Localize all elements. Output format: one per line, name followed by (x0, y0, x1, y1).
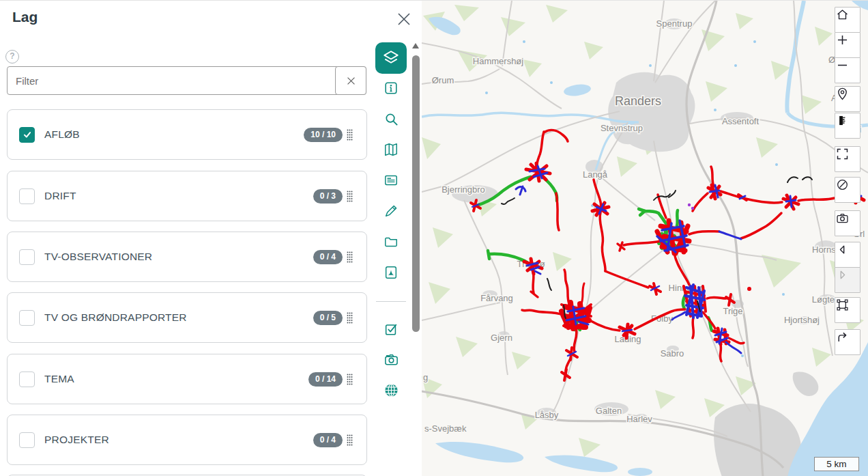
layer-row-tv-observationer[interactable]: TV-OBSERVATIONER 0 / 4 (7, 232, 367, 282)
map-previous-extent-button[interactable] (835, 242, 860, 268)
layer-row-projekter[interactable]: PROJEKTER 0 / 4 (7, 415, 367, 465)
scroll-up-arrow-icon[interactable] (412, 43, 419, 48)
tool-layers[interactable] (375, 42, 407, 74)
help-icon[interactable]: ? (5, 50, 19, 64)
drag-handle-icon[interactable] (347, 312, 353, 324)
svg-text:Stevnstrup: Stevnstrup (601, 123, 643, 133)
layer-checkbox[interactable] (19, 310, 35, 326)
svg-text:Randers: Randers (615, 94, 661, 108)
drag-handle-icon[interactable] (347, 191, 353, 202)
tool-folder[interactable] (383, 234, 399, 250)
map-measure-button[interactable] (835, 113, 860, 139)
drag-handle-icon[interactable] (347, 251, 353, 263)
tool-form[interactable] (383, 172, 399, 188)
layer-label: PROJEKTER (44, 434, 313, 446)
map-graphics: Spentrup Hammershøj Ørum Randers Stevnst… (422, 1, 868, 476)
layer-checkbox[interactable] (19, 188, 35, 204)
svg-text:s-Svejbæk: s-Svejbæk (424, 423, 467, 434)
drag-handle-icon[interactable] (347, 129, 353, 141)
tool-tasks[interactable] (383, 321, 399, 337)
svg-text:Galten: Galten (596, 406, 622, 416)
layer-checkbox[interactable] (19, 127, 35, 143)
svg-text:Horns: Horns (812, 244, 836, 255)
layer-count-badge: 0 / 3 (313, 189, 343, 204)
layer-row-drift[interactable]: DRIFT 0 / 3 (7, 171, 367, 221)
map-clear-button[interactable] (835, 177, 860, 203)
drag-handle-icon[interactable] (347, 374, 353, 385)
network-overlay (471, 130, 864, 380)
svg-text:Hjortshøj: Hjortshøj (784, 315, 820, 325)
layer-count-badge: 0 / 4 (313, 433, 343, 447)
svg-text:Ørum: Ørum (432, 75, 454, 85)
map-fullscreen-button[interactable] (835, 146, 860, 172)
form-icon (384, 173, 399, 188)
no-entry-icon (835, 178, 850, 192)
svg-text:Trige: Trige (723, 306, 742, 316)
panel-title: Lag (12, 9, 38, 25)
globe-icon (384, 382, 399, 398)
svg-text:Hammershøj: Hammershøj (473, 56, 524, 66)
filter-field (7, 66, 366, 95)
layer-count-badge: 0 / 14 (308, 372, 343, 387)
network-black (502, 177, 812, 318)
clear-icon (345, 75, 357, 87)
layer-row-afloeb[interactable]: AFLØB 10 / 10 (7, 109, 367, 160)
pencil-icon (384, 204, 399, 219)
layers-icon (382, 49, 400, 67)
side-toolbar (374, 1, 409, 476)
home-icon (835, 8, 850, 22)
drag-handle-icon[interactable] (347, 434, 353, 446)
map-canvas[interactable]: Spentrup Hammershøj Ørum Randers Stevnst… (422, 1, 868, 476)
turn-right-arrow-icon (835, 330, 850, 344)
layer-count-badge: 0 / 4 (313, 250, 343, 264)
map-zoom-out-button[interactable] (835, 57, 860, 83)
map-next-extent-button[interactable] (835, 267, 860, 293)
svg-text:Langå: Langå (583, 169, 608, 180)
network-purple (688, 204, 694, 210)
map-scale-bar: 5 km (814, 457, 859, 471)
svg-text:Spentrup: Spentrup (656, 18, 693, 29)
layer-checkbox[interactable] (19, 249, 35, 265)
map-home-button[interactable] (835, 7, 860, 33)
map-screenshot-button[interactable] (835, 210, 860, 236)
svg-text:Bjerringbro: Bjerringbro (442, 184, 485, 195)
filter-clear-button[interactable] (335, 66, 366, 95)
info-icon (384, 81, 399, 96)
svg-text:Harlev: Harlev (626, 414, 652, 424)
camera-icon (384, 352, 399, 367)
map-location-button[interactable] (835, 86, 860, 112)
svg-text:g: g (423, 372, 428, 382)
layer-row-tema[interactable]: TEMA 0 / 14 (7, 354, 367, 404)
layer-checkbox[interactable] (19, 432, 35, 448)
filter-input[interactable] (7, 66, 366, 95)
tool-web[interactable] (383, 382, 399, 398)
tool-camera[interactable] (383, 351, 399, 367)
basemap-icon (384, 142, 399, 157)
minus-icon (835, 58, 850, 72)
tool-basemap[interactable] (383, 141, 399, 158)
layer-count-badge: 10 / 10 (304, 128, 343, 142)
tool-draw[interactable] (383, 203, 399, 219)
toolbar-divider (376, 301, 406, 302)
layer-label: TEMA (44, 373, 308, 385)
triangle-left-icon (835, 242, 850, 257)
tool-search[interactable] (383, 111, 399, 127)
camera-icon (835, 211, 850, 225)
layer-row-tv-og-broendrapporter[interactable]: TV OG BRØNDRAPPORTER 0 / 5 (7, 292, 367, 343)
svg-text:Gjern: Gjern (491, 333, 512, 343)
map-share-button[interactable] (835, 329, 860, 355)
extent-select-icon (835, 298, 850, 312)
svg-text:Sabro: Sabro (661, 348, 684, 359)
layers-panel: Lag ? AFLØB 10 / 10 (0, 1, 422, 476)
layer-checkbox[interactable] (19, 372, 35, 387)
panel-scrollbar[interactable] (410, 1, 421, 476)
scrollbar-thumb[interactable] (412, 55, 420, 332)
pdf-icon (384, 265, 399, 280)
tool-pdf[interactable] (383, 264, 399, 281)
network-red (471, 130, 864, 380)
svg-text:Låsby: Låsby (535, 410, 559, 420)
location-pin-icon (835, 87, 850, 101)
tool-info[interactable] (383, 80, 399, 96)
map-select-extent-button[interactable] (835, 297, 860, 323)
map-zoom-in-button[interactable] (835, 32, 860, 58)
